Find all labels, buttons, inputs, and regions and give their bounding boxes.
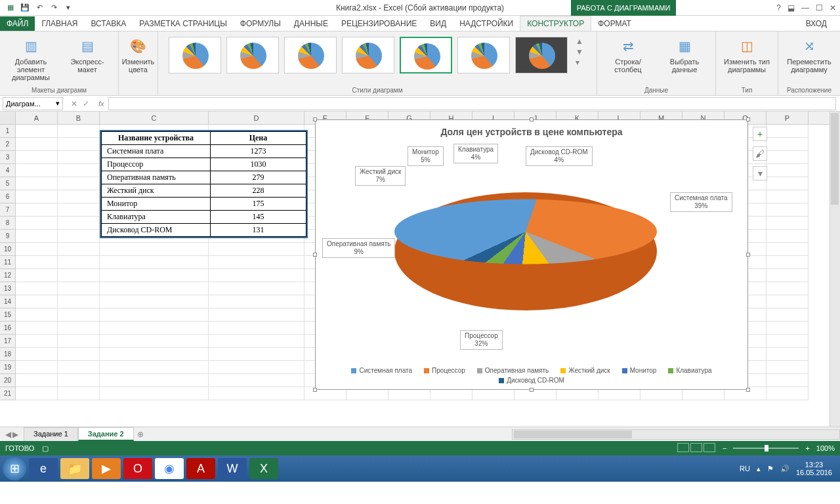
cell[interactable] — [209, 335, 304, 348]
tab-вставка[interactable]: ВСТАВКА — [84, 16, 133, 31]
taskbar-media-icon[interactable]: ▶ — [92, 458, 121, 479]
zoom-slider[interactable] — [733, 448, 799, 449]
zoom-level[interactable]: 100% — [816, 444, 835, 452]
cell[interactable] — [58, 217, 100, 230]
cell[interactable] — [16, 361, 58, 374]
cell[interactable] — [58, 190, 100, 203]
cell[interactable] — [766, 125, 808, 138]
cell[interactable] — [16, 151, 58, 164]
cell[interactable] — [766, 322, 808, 335]
cell[interactable] — [766, 308, 808, 322]
cell[interactable] — [16, 335, 58, 348]
select-data-button[interactable]: ▦ Выбрать данные — [659, 34, 710, 75]
cell[interactable] — [766, 217, 808, 230]
cell[interactable] — [16, 295, 58, 308]
tab-формат[interactable]: ФОРМАТ — [591, 16, 638, 31]
cell[interactable] — [766, 203, 808, 217]
data-label[interactable]: Оперативная память9% — [322, 238, 395, 258]
table-cell-name[interactable]: Оперативная память — [102, 171, 211, 184]
view-buttons[interactable] — [677, 443, 716, 453]
ribbon-collapse-icon[interactable]: ⬓ — [788, 3, 795, 12]
sheet-nav-next-icon[interactable]: ▶ — [12, 430, 18, 439]
maximize-icon[interactable]: ☐ — [816, 3, 823, 12]
save-icon[interactable]: 💾 — [20, 3, 30, 13]
cell[interactable] — [16, 243, 58, 256]
cell[interactable] — [16, 190, 58, 203]
macro-record-icon[interactable]: ▢ — [42, 444, 49, 453]
row-header[interactable]: 9 — [0, 230, 16, 243]
row-header[interactable]: 13 — [0, 282, 16, 295]
table-cell-name[interactable]: Системная плата — [102, 145, 211, 158]
legend-item[interactable]: Процессор — [424, 367, 465, 374]
cell[interactable] — [58, 230, 100, 243]
cell[interactable] — [16, 269, 58, 282]
legend-item[interactable]: Жесткий диск — [560, 367, 610, 374]
cell[interactable] — [209, 295, 304, 308]
cell[interactable] — [58, 256, 100, 269]
add-sheet-button[interactable]: ⊕ — [134, 430, 147, 439]
cell[interactable] — [58, 164, 100, 177]
taskbar-ie-icon[interactable]: e — [29, 458, 58, 479]
tray-flag-icon[interactable]: ⚑ — [767, 465, 774, 473]
cell[interactable] — [100, 269, 209, 282]
fx-label[interactable]: fx — [94, 100, 108, 108]
help-icon[interactable]: ? — [776, 3, 781, 12]
chart-style-7[interactable] — [515, 37, 568, 74]
cell[interactable] — [209, 387, 304, 400]
cell[interactable] — [100, 348, 209, 361]
legend-item[interactable]: Дисковод CD-ROM — [499, 377, 564, 384]
cell[interactable] — [16, 203, 58, 217]
namebox-dropdown-icon[interactable]: ▾ — [56, 99, 60, 108]
legend-item[interactable]: Оперативная память — [477, 367, 549, 374]
cell[interactable] — [766, 374, 808, 387]
cell[interactable] — [209, 348, 304, 361]
cell[interactable] — [58, 308, 100, 322]
cell[interactable] — [100, 308, 209, 322]
gallery-scroll-down-icon[interactable]: ▼ — [576, 47, 583, 56]
cell[interactable] — [100, 295, 209, 308]
cell[interactable] — [16, 282, 58, 295]
undo-icon[interactable]: ↶ — [34, 3, 45, 13]
row-header[interactable]: 3 — [0, 151, 16, 164]
cell[interactable] — [58, 125, 100, 138]
cell[interactable] — [766, 230, 808, 243]
cell[interactable] — [16, 387, 58, 400]
cell[interactable] — [58, 361, 100, 374]
table-cell-value[interactable]: 1030 — [211, 158, 306, 171]
chart-elements-button[interactable]: + — [753, 127, 767, 141]
col-header-A[interactable]: A — [16, 112, 58, 124]
formula-input[interactable] — [108, 97, 836, 110]
cell[interactable] — [100, 322, 209, 335]
tab-данные[interactable]: ДАННЫЕ — [287, 16, 335, 31]
cell[interactable] — [58, 151, 100, 164]
data-table[interactable]: Название устройства Цена Системная плата… — [100, 130, 308, 238]
tray-clock[interactable]: 13:23 16.05.2016 — [796, 461, 832, 476]
cell[interactable] — [766, 387, 808, 400]
zoom-out-button[interactable]: − — [723, 444, 726, 452]
cell[interactable] — [16, 164, 58, 177]
row-header[interactable]: 1 — [0, 125, 16, 138]
vertical-scrollbar[interactable] — [830, 112, 840, 427]
cell[interactable] — [766, 164, 808, 177]
chart-style-4[interactable] — [342, 37, 394, 74]
cell[interactable] — [58, 335, 100, 348]
horizontal-scrollbar[interactable] — [512, 429, 840, 440]
col-header-B[interactable]: B — [58, 112, 100, 124]
cell[interactable] — [58, 374, 100, 387]
cell[interactable] — [58, 177, 100, 190]
row-header[interactable]: 2 — [0, 138, 16, 151]
change-colors-button[interactable]: 🎨 Изменить цвета — [119, 34, 158, 75]
table-cell-value[interactable]: 1273 — [211, 145, 306, 158]
cell[interactable] — [58, 348, 100, 361]
tab-конструктор[interactable]: КОНСТРУКТОР — [520, 16, 591, 31]
cell[interactable] — [766, 256, 808, 269]
tab-вид[interactable]: ВИД — [423, 16, 453, 31]
row-header[interactable]: 17 — [0, 335, 16, 348]
tray-show-hidden-icon[interactable]: ▴ — [757, 465, 761, 473]
data-label[interactable]: Клавиатура4% — [453, 144, 498, 163]
name-box[interactable]: Диаграм...▾ — [3, 97, 63, 110]
cell[interactable] — [58, 243, 100, 256]
cell[interactable] — [209, 256, 304, 269]
cell[interactable] — [209, 282, 304, 295]
cell[interactable] — [100, 374, 209, 387]
